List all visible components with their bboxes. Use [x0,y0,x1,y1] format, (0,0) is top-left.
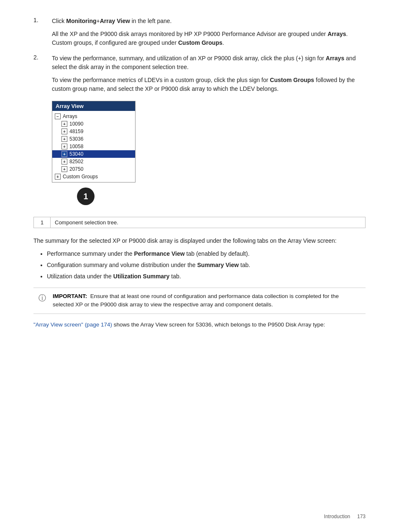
tree-item-53036[interactable]: + 53036 [52,135,135,143]
minus-icon: − [55,113,61,119]
tree-item-custom-groups[interactable]: + Custom Groups [52,173,135,180]
tree-label-82502: 82502 [69,159,83,164]
page-content: 1. Click Monitoring+Array View in the le… [33,17,366,329]
plus-icon-53036: + [61,136,67,142]
legend-table: 1 Component selection tree. [33,217,366,228]
summary-intro: The summary for the selected XP or P9000… [33,236,366,245]
bullet-3: Utilization data under the Utilization S… [47,272,366,281]
bullet-list: Performance summary under the Performanc… [47,249,366,281]
array-view-tree-panel: Array View − Arrays + 10090 + 48159 [52,101,136,182]
legend-description: Component selection tree. [51,217,366,228]
tree-label-48159: 48159 [69,129,83,134]
callout-number: 1 [83,192,88,201]
plus-icon-48159: + [61,129,67,134]
bullet-1: Performance summary under the Performanc… [47,249,366,258]
summary-section: The summary for the selected XP or P9000… [33,236,366,281]
tree-panel-header: Array View [52,101,135,111]
legend-row: 1 Component selection tree. [34,217,366,228]
important-icon: ⓘ [38,293,48,304]
plus-icon-10058: + [61,144,67,149]
important-body: Ensure that at least one round of config… [53,293,339,308]
footer-section: Introduction [324,514,350,519]
tree-item-48159[interactable]: + 48159 [52,128,135,135]
tree-label-custom-groups: Custom Groups [63,174,98,180]
tree-item-10090[interactable]: + 10090 [52,120,135,128]
tree-root-label: Arrays [63,113,77,119]
footer-link[interactable]: "Array View screen" (page 174) [33,321,114,328]
step-1-number: 1. [33,17,45,47]
tree-body: − Arrays + 10090 + 48159 + 53036 [52,111,135,182]
plus-icon-custom-groups: + [55,174,61,180]
footer-note: "Array View screen" (page 174) shows the… [33,321,366,329]
footer-page: 173 [357,514,366,519]
tree-label-53036: 53036 [69,136,83,142]
plus-icon-10090: + [61,121,67,127]
step-2: 2. To view the performance, summary, and… [33,54,366,210]
important-label: IMPORTANT: [53,293,87,299]
step-1: 1. Click Monitoring+Array View in the le… [33,17,366,47]
step-2-para-1: To view the performance, summary, and ut… [52,54,366,72]
important-text: IMPORTANT: Ensure that at least one roun… [53,292,361,309]
plus-icon-82502: + [61,159,67,164]
important-box: ⓘ IMPORTANT: Ensure that at least one ro… [33,288,366,314]
legend-number: 1 [34,217,51,228]
tree-label-10058: 10058 [69,144,83,149]
tree-root-arrays[interactable]: − Arrays [52,113,135,120]
step-2-number: 2. [33,54,45,210]
footer-link-text: "Array View screen" (page 174) [33,321,112,328]
tree-label-20750: 20750 [69,166,83,172]
tree-label-10090: 10090 [69,121,83,127]
callout-circle-1: 1 [77,188,95,205]
step-1-para-2: All the XP and the P9000 disk arrays mon… [52,30,366,47]
step-2-para-2: To view the performance metrics of LDEVs… [52,76,366,93]
step-2-content: To view the performance, summary, and ut… [52,54,366,210]
plus-icon-20750: + [61,166,67,172]
page-footer: Introduction 173 [324,514,366,519]
bullet-2: Configuration summary and volume distrib… [47,261,366,270]
step-1-para-1: Click Monitoring+Array View in the left … [52,17,366,26]
tree-item-20750[interactable]: + 20750 [52,165,135,173]
tree-item-53040[interactable]: + 53040 [52,150,135,158]
plus-icon-53040: + [61,151,67,157]
tree-item-82502[interactable]: + 82502 [52,158,135,165]
tree-label-53040: 53040 [69,151,83,157]
tree-item-10058[interactable]: + 10058 [52,143,135,150]
step-1-content: Click Monitoring+Array View in the left … [52,17,366,47]
footer-rest: shows the Array View screen for 53036, w… [114,321,325,328]
